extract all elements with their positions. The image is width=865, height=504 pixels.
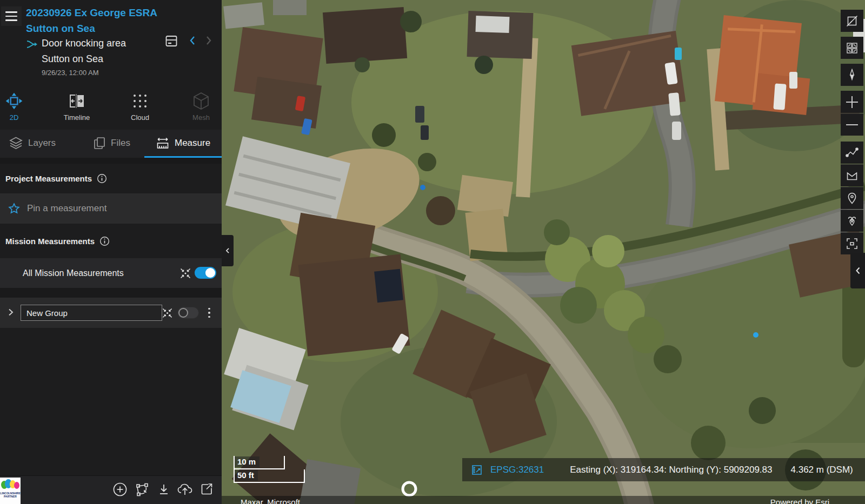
group-expand-button[interactable]: [4, 306, 17, 319]
measure-distance-button[interactable]: [841, 142, 863, 164]
tab-files[interactable]: Files: [93, 130, 130, 156]
compass-button[interactable]: [841, 64, 863, 86]
timeline-icon: [68, 93, 86, 109]
extent-icon: [846, 237, 859, 250]
mission-name[interactable]: Door knocking area Sutton on Sea: [42, 36, 166, 67]
files-icon: [93, 136, 106, 150]
map-canvas[interactable]: [222, 0, 865, 504]
chevron-left-icon: [854, 266, 862, 275]
mode-2d-label: 2D: [3, 113, 25, 122]
download-button[interactable]: [155, 481, 172, 499]
mode-mesh[interactable]: Mesh: [187, 90, 215, 122]
tab-measure[interactable]: Measure: [156, 130, 210, 156]
measure-area-button[interactable]: [841, 164, 863, 186]
tab-files-label: Files: [111, 138, 130, 149]
mission-branch-icon: [26, 38, 40, 51]
chevron-left-icon: [225, 247, 230, 254]
mode-cloud[interactable]: Cloud: [126, 90, 154, 122]
chevron-left-icon: [188, 35, 197, 46]
mission-card-view-button[interactable]: [164, 35, 178, 49]
zoom-to-extent-button[interactable]: [841, 232, 863, 254]
pin-measurement-row[interactable]: Pin a measurement: [0, 193, 222, 224]
info-icon[interactable]: [97, 173, 107, 184]
cloud-upload-button[interactable]: [176, 481, 194, 499]
scale-imperial-bar: 50 ft: [234, 469, 305, 483]
basemap-toggle-button[interactable]: [841, 10, 863, 32]
pins-group-button[interactable]: [841, 210, 863, 232]
basemap-off-icon: [846, 15, 859, 28]
right-panel-collapse-handle[interactable]: [850, 253, 865, 288]
previous-mission-button[interactable]: [186, 35, 199, 48]
scale-metric-bar: 10 m: [234, 456, 285, 469]
kebab-menu-icon: [208, 308, 210, 310]
mode-cloud-label: Cloud: [126, 113, 154, 122]
epsg-code[interactable]: EPSG:32631: [490, 465, 544, 475]
all-mission-label: All Mission Measurements: [23, 268, 124, 278]
share-export-button[interactable]: [198, 481, 215, 499]
group-visibility-toggle[interactable]: [177, 307, 199, 319]
main-menu-button[interactable]: [1, 6, 22, 26]
sidebar-collapse-handle[interactable]: [222, 235, 234, 266]
imagery-attribution: Maxar, Microsoft: [241, 498, 300, 504]
chevron-right-icon: [6, 307, 15, 317]
panel-tabbar: Layers Files Measure: [0, 130, 222, 158]
scale-imperial-label: 50 ft: [235, 470, 258, 481]
chevron-right-icon: [204, 35, 214, 46]
mission-measurements-header: Mission Measurements: [0, 224, 222, 258]
convert-workflow-button[interactable]: [133, 481, 150, 499]
mission-date: 9/26/23, 12:00 AM: [42, 69, 99, 77]
group-options-button[interactable]: [204, 305, 214, 320]
minus-icon: [845, 118, 859, 132]
project-title[interactable]: 20230926 Ex George ESRA Sutton on Sea: [26, 5, 210, 36]
tab-layers-label: Layers: [28, 138, 56, 149]
group-name-input[interactable]: [21, 305, 162, 321]
tab-measure-label: Measure: [175, 138, 210, 149]
logo-artwork: [0, 478, 21, 492]
compass-needle-icon: [846, 69, 859, 82]
split-view-icon: [846, 42, 859, 55]
mesh-cube-icon: [192, 92, 210, 110]
convert-icon: [134, 482, 149, 497]
tab-layers[interactable]: Layers: [9, 130, 56, 156]
point-cloud-icon: [132, 93, 148, 109]
plus-icon: [845, 95, 859, 109]
zoom-to-icon[interactable]: [179, 267, 191, 279]
add-button[interactable]: [111, 481, 129, 499]
location-pin-icon: [846, 192, 859, 205]
star-icon: [8, 202, 21, 215]
all-mission-visibility-toggle[interactable]: [195, 267, 216, 279]
share-icon: [199, 482, 214, 496]
map-status-bar: EPSG:32631 Easting (X): 319164.34: North…: [462, 458, 865, 481]
polygon-area-icon: [846, 169, 859, 182]
mode-2d[interactable]: 2D: [3, 90, 25, 122]
left-panel: 20230926 Ex George ESRA Sutton on Sea Do…: [0, 0, 222, 504]
pin-measurement-label: Pin a measurement: [27, 203, 107, 214]
zoom-in-button[interactable]: [841, 91, 863, 113]
pan-2d-icon: [4, 91, 24, 111]
scale-metric-label: 10 m: [235, 456, 260, 467]
layers-icon: [9, 136, 23, 150]
measurement-group-row: [0, 298, 222, 328]
plus-circle-icon: [112, 482, 128, 497]
cloud-upload-icon: [177, 482, 193, 497]
cursor-coordinates: Easting (X): 319164.34: Northing (Y): 59…: [570, 465, 772, 475]
zoom-out-button[interactable]: [841, 113, 863, 136]
scale-bar: 10 m 50 ft: [234, 456, 305, 483]
lincolnshire-partner-logo[interactable]: LINCOLNSHIRE PARTNER: [0, 478, 21, 504]
sidebar-footer: LINCOLNSHIRE PARTNER: [0, 475, 222, 504]
info-icon[interactable]: [99, 236, 110, 246]
multi-view-button[interactable]: [841, 37, 863, 59]
powered-by-label: Powered by Esri: [770, 498, 829, 504]
mode-timeline[interactable]: Timeline: [61, 90, 93, 122]
mode-timeline-label: Timeline: [61, 113, 93, 122]
next-mission-button[interactable]: [202, 35, 215, 48]
polyline-icon: [846, 146, 859, 159]
zoom-to-icon[interactable]: [162, 307, 173, 319]
logo-text-line2: PARTNER: [0, 495, 21, 499]
mode-mesh-label: Mesh: [187, 113, 215, 122]
place-pin-button[interactable]: [841, 187, 863, 209]
all-mission-measurements-row: All Mission Measurements: [0, 258, 222, 288]
card-view-icon: [165, 35, 178, 48]
aerial-imagery: [222, 0, 865, 504]
elevation-readout: 4.362 m (DSM): [791, 465, 853, 475]
